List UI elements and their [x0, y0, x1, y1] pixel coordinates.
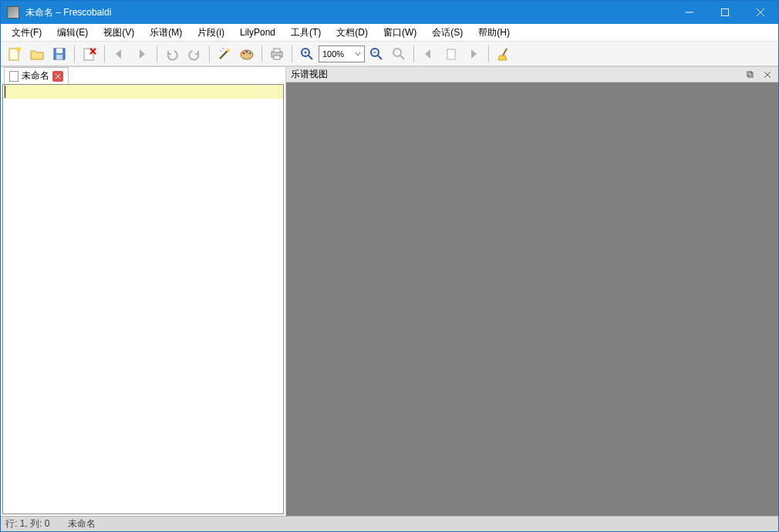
open-button[interactable] [26, 43, 48, 65]
arrow-right-icon [135, 47, 149, 61]
forward-button[interactable] [131, 43, 153, 65]
app-icon [7, 6, 19, 19]
score-pane-header: 乐谱视图 [286, 67, 778, 82]
score-view[interactable] [286, 82, 778, 516]
zoom-in-icon [299, 46, 315, 62]
svg-line-33 [503, 49, 507, 56]
separator [74, 45, 75, 62]
close-pane-button[interactable] [761, 69, 774, 81]
clear-button[interactable] [493, 43, 514, 65]
svg-line-31 [400, 56, 404, 59]
zoom-out-icon [369, 46, 384, 62]
undo-button[interactable] [161, 43, 183, 65]
close-button[interactable] [743, 1, 778, 24]
separator [261, 45, 262, 62]
menubar: 文件(F) 编辑(E) 视图(V) 乐谱(M) 片段(i) LilyPond 工… [1, 24, 778, 42]
svg-point-19 [249, 52, 251, 54]
redo-button[interactable] [184, 43, 205, 65]
menu-tools[interactable]: 工具(T) [283, 24, 329, 42]
status-docname: 未命名 [68, 517, 96, 530]
svg-point-5 [16, 47, 21, 52]
tab-close-button[interactable] [52, 71, 63, 82]
svg-rect-32 [447, 49, 455, 59]
zoom-combo[interactable]: 100% [319, 45, 365, 62]
window-title: 未命名 – Frescobaldi [25, 6, 672, 19]
open-folder-icon [29, 46, 45, 62]
svg-rect-21 [274, 49, 280, 52]
page-nav-button[interactable] [440, 43, 462, 65]
editor-pane: 未命名 [1, 67, 286, 516]
menu-window[interactable]: 窗口(W) [376, 24, 424, 42]
wand-icon [217, 46, 232, 62]
menu-edit[interactable]: 编辑(E) [49, 24, 96, 42]
titlebar[interactable]: 未命名 – Frescobaldi [1, 1, 778, 24]
page-icon [444, 47, 458, 61]
menu-session[interactable]: 会话(S) [424, 24, 470, 42]
redo-icon [187, 47, 201, 61]
svg-point-18 [246, 50, 248, 52]
print-button[interactable] [266, 43, 288, 65]
zoom-value: 100% [322, 49, 344, 59]
svg-line-28 [378, 56, 382, 59]
menu-snippet[interactable]: 片段(i) [190, 24, 232, 42]
svg-rect-1 [722, 9, 729, 16]
close-icon [757, 8, 764, 16]
svg-rect-22 [274, 56, 280, 59]
save-button[interactable] [49, 43, 70, 65]
svg-point-13 [227, 49, 230, 52]
close-icon [55, 73, 61, 79]
content-area: 未命名 乐谱视图 [1, 66, 778, 516]
zoom-fit-button[interactable] [388, 43, 410, 65]
menu-document[interactable]: 文档(D) [329, 24, 376, 42]
svg-rect-8 [56, 55, 62, 59]
zoom-in-button[interactable] [296, 43, 318, 65]
new-button[interactable] [4, 43, 25, 65]
arrow-left-icon [113, 47, 126, 61]
svg-rect-36 [748, 72, 753, 77]
back-button[interactable] [109, 43, 130, 65]
wizard-button[interactable] [214, 43, 235, 65]
cursor-position: 行: 1, 列: 0 [5, 517, 49, 530]
palette-icon [239, 46, 255, 62]
print-icon [269, 46, 285, 62]
undock-button[interactable] [744, 69, 757, 81]
close-icon [764, 71, 771, 79]
broom-icon [496, 46, 511, 62]
menu-view[interactable]: 视图(V) [96, 24, 142, 42]
maximize-button[interactable] [707, 1, 743, 24]
chevron-down-icon [355, 51, 361, 57]
undock-icon [747, 71, 754, 79]
arrow-left-icon [422, 47, 436, 61]
zoom-out-button[interactable] [366, 43, 387, 65]
score-pane-title: 乐谱视图 [291, 68, 328, 81]
editor-tabs: 未命名 [1, 67, 285, 84]
undo-icon [165, 47, 179, 61]
separator [157, 45, 157, 62]
editor-tab[interactable]: 未命名 [4, 67, 69, 84]
separator [209, 45, 210, 62]
svg-rect-7 [56, 49, 62, 53]
prev-page-button[interactable] [418, 43, 440, 65]
minimize-button[interactable] [672, 1, 707, 24]
menu-file[interactable]: 文件(F) [4, 24, 49, 42]
engrave-button[interactable] [236, 43, 258, 65]
arrow-right-icon [467, 47, 481, 61]
close-doc-icon [82, 46, 97, 62]
separator [488, 45, 489, 62]
svg-rect-37 [747, 71, 751, 76]
menu-score[interactable]: 乐谱(M) [142, 24, 190, 42]
svg-point-17 [243, 52, 245, 54]
window-controls [672, 1, 778, 24]
separator [413, 45, 414, 62]
new-file-icon [7, 46, 22, 62]
magnifier-icon [391, 46, 406, 62]
maximize-icon [721, 8, 729, 16]
text-cursor [5, 86, 5, 98]
menu-lilypond[interactable]: LilyPond [232, 25, 283, 40]
menu-help[interactable]: 帮助(H) [470, 24, 518, 42]
svg-point-30 [393, 49, 401, 56]
close-doc-button[interactable] [79, 43, 100, 65]
next-page-button[interactable] [463, 43, 484, 65]
save-icon [52, 46, 67, 62]
text-editor[interactable] [2, 84, 284, 514]
